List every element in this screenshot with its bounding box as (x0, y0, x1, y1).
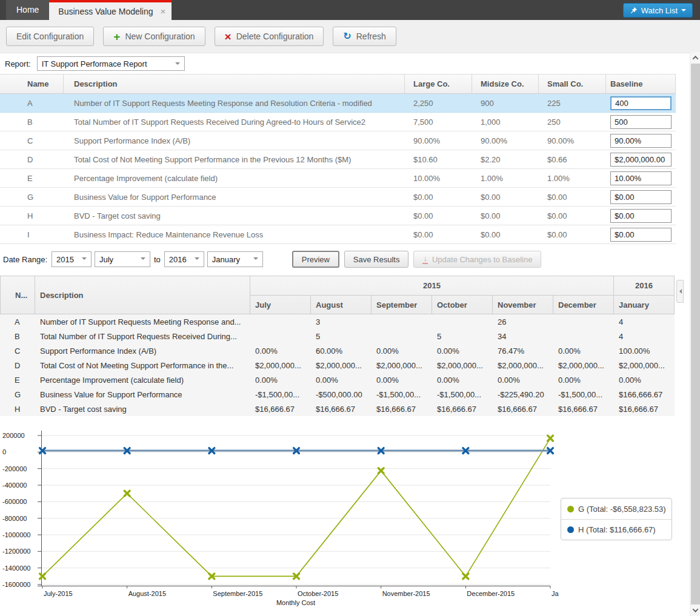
to-month-select[interactable]: January (207, 251, 263, 267)
date-range-label: Date Range: (3, 255, 47, 264)
close-tab-icon[interactable]: × (161, 7, 166, 16)
delete-configuration-button[interactable]: × Delete Configuration (215, 27, 324, 46)
row-name-cell: C (0, 346, 35, 356)
from-month-select[interactable]: July (95, 251, 150, 267)
from-year-value: 2015 (56, 255, 74, 264)
month-column-january[interactable]: January (614, 296, 675, 314)
edit-configuration-button[interactable]: Edit Configuration (6, 27, 94, 46)
button-label: Preview (302, 255, 330, 264)
row-name-cell: E (0, 174, 64, 183)
config-table-body: ANumber of IT Support Requests Meeting R… (0, 94, 676, 244)
config-row-H[interactable]: HBVD - Target cost saving$0.00$0.00$0.00 (0, 207, 676, 225)
series-g-dot (567, 506, 574, 512)
result-row-D[interactable]: DTotal Cost of Not Meeting Support Perfo… (0, 358, 675, 373)
month-column-december[interactable]: December (553, 296, 614, 314)
svg-text:July-2015: July-2015 (44, 590, 73, 597)
result-row-C[interactable]: CSupport Performance Index (A/B)0.00%60.… (0, 343, 675, 358)
description-cell: Total Number of IT Support Requests Rece… (35, 332, 250, 341)
month-value-cell: 34 (493, 332, 553, 341)
column-header-n[interactable]: N... (0, 276, 35, 314)
midsize-co-cell: 900 (472, 99, 539, 108)
watch-list-button[interactable]: Watch List (623, 3, 693, 18)
column-header-small-co[interactable]: Small Co. (539, 75, 606, 93)
column-header-description[interactable]: Description (35, 276, 250, 314)
tab-home[interactable]: Home (6, 0, 49, 20)
baseline-input-E[interactable] (610, 171, 672, 185)
month-value-cell: 26 (493, 317, 553, 326)
midsize-co-cell: 90.00% (472, 136, 539, 145)
refresh-button[interactable]: ↻ Refresh (333, 27, 396, 46)
config-row-D[interactable]: DTotal Cost of Not Meeting Support Perfo… (0, 150, 676, 169)
baseline-input-C[interactable] (610, 134, 672, 148)
column-header-name[interactable]: Name (0, 75, 64, 93)
scrollbar-thumb[interactable] (691, 64, 700, 604)
description-cell: BVD - Target cost saving (35, 405, 250, 414)
description-cell: Support Performance Index (A/B) (64, 136, 405, 145)
baseline-input-D[interactable] (610, 153, 672, 167)
column-header-large-co[interactable]: Large Co. (405, 75, 472, 93)
midsize-co-cell: 1.00% (472, 174, 539, 183)
large-co-cell: $0.00 (405, 193, 472, 202)
preview-button[interactable]: Preview (292, 251, 339, 268)
svg-text:-400000: -400000 (2, 482, 27, 489)
result-row-A[interactable]: ANumber of IT Support Requests Meeting R… (0, 314, 675, 329)
svg-text:-1600000: -1600000 (2, 581, 31, 588)
svg-text:200000: 200000 (2, 432, 25, 439)
row-name-cell: G (0, 390, 35, 399)
month-value-cell: $2,000,000... (250, 361, 311, 370)
scroll-down-icon[interactable] (690, 605, 700, 615)
config-table-header: Name Description Large Co. Midsize Co. S… (0, 74, 676, 94)
caret-down-icon (82, 257, 87, 262)
legend-item-g[interactable]: G (Total: -$6,558,823.53) (561, 498, 672, 519)
svg-text:-1400000: -1400000 (2, 565, 31, 572)
baseline-input-H[interactable] (610, 209, 672, 223)
column-header-baseline[interactable]: Baseline (606, 75, 676, 93)
month-column-september[interactable]: September (372, 296, 432, 314)
column-header-midsize-co[interactable]: Midsize Co. (472, 75, 539, 93)
month-column-october[interactable]: October (432, 296, 493, 314)
from-year-select[interactable]: 2015 (52, 251, 92, 267)
chart-legend: G (Total: -$6,558,823.53) H (Total: $116… (561, 498, 672, 540)
tab-business-value-modeling[interactable]: Business Value Modeling × (49, 0, 172, 20)
column-header-description[interactable]: Description (64, 75, 405, 93)
baseline-input-I[interactable] (610, 228, 672, 242)
month-column-august[interactable]: August (311, 296, 372, 314)
legend-item-h[interactable]: H (Total: $116,666.67) (561, 519, 672, 540)
save-results-button[interactable]: Save Results (344, 251, 409, 268)
midsize-co-cell: $2.20 (472, 155, 539, 164)
result-row-E[interactable]: EPercentage Improvement (calculate field… (0, 373, 675, 387)
date-range-row: Date Range: 2015 July to 2016 January Pr… (0, 248, 682, 270)
config-row-B[interactable]: BTotal Number of IT Support Requests Rec… (0, 113, 676, 131)
button-label: Edit Configuration (16, 31, 84, 41)
config-row-G[interactable]: GBusiness Value for Support Performance$… (0, 188, 676, 207)
month-column-november[interactable]: November (493, 296, 553, 314)
button-label: Refresh (356, 31, 386, 41)
splitter-collapse-handle[interactable] (676, 280, 684, 303)
baseline-input-A[interactable] (610, 96, 672, 110)
small-co-cell: 90.00% (539, 136, 606, 145)
config-row-I[interactable]: IBusiness Impact: Reduce Maintenance Rev… (0, 225, 676, 244)
svg-text:-1000000: -1000000 (2, 531, 31, 538)
baseline-input-G[interactable] (610, 190, 672, 204)
scroll-up-icon[interactable] (690, 53, 700, 63)
midsize-co-cell: 1,000 (472, 118, 539, 127)
config-row-C[interactable]: CSupport Performance Index (A/B)90.00%90… (0, 131, 676, 150)
report-select[interactable]: IT Support Performace Report (37, 56, 185, 71)
vertical-scrollbar[interactable] (690, 52, 700, 616)
result-row-H[interactable]: HBVD - Target cost saving$16,666.67$16,6… (0, 402, 675, 416)
description-cell: Total Cost of Not Meeting Support Perfor… (35, 361, 250, 370)
month-value-cell: -$1,500,00... (553, 390, 614, 399)
results-table: N... Description 2015 2016 JulyAugustSep… (0, 276, 675, 416)
result-row-G[interactable]: GBusiness Value for Support Performance-… (0, 387, 675, 402)
to-year-select[interactable]: 2016 (164, 251, 204, 267)
result-row-B[interactable]: BTotal Number of IT Support Requests Rec… (0, 329, 675, 343)
tab-bar: Home Business Value Modeling × (0, 0, 700, 20)
month-value-cell: 0.00% (432, 376, 493, 385)
update-changes-to-baseline-button[interactable]: ↓ Update Changes to Baseline (413, 251, 541, 268)
new-configuration-button[interactable]: + New Configuration (103, 27, 205, 46)
baseline-input-B[interactable] (610, 115, 672, 129)
month-value-cell: 60.00% (311, 346, 372, 356)
config-row-A[interactable]: ANumber of IT Support Requests Meeting R… (0, 94, 676, 113)
month-column-july[interactable]: July (250, 296, 311, 314)
config-row-E[interactable]: EPercentage Improvement (calculate field… (0, 169, 676, 188)
